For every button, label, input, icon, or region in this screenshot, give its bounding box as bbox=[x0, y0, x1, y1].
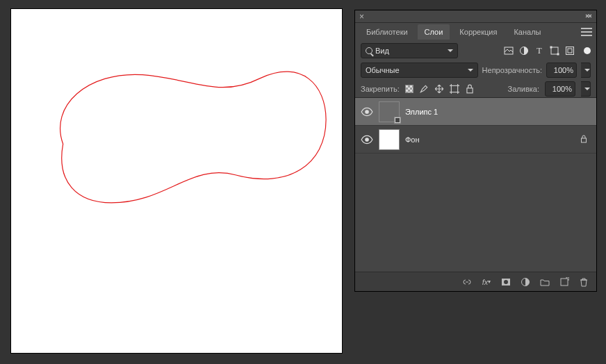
lock-all-icon[interactable] bbox=[465, 84, 475, 94]
visibility-toggle-icon[interactable] bbox=[361, 133, 373, 146]
svg-rect-9 bbox=[467, 88, 473, 92]
svg-rect-4 bbox=[550, 47, 552, 49]
filter-smart-icon[interactable] bbox=[564, 45, 575, 56]
lock-icon bbox=[580, 135, 588, 144]
filter-kind-select[interactable]: Вид bbox=[361, 43, 458, 58]
blend-row: Обычные Непрозрачность: 100% bbox=[355, 60, 596, 80]
layer-row[interactable]: Фон bbox=[355, 126, 596, 154]
lock-artboard-icon[interactable] bbox=[450, 84, 459, 94]
lock-brush-icon[interactable] bbox=[419, 84, 429, 94]
layer-row[interactable]: Эллипс 1 bbox=[355, 98, 596, 126]
filter-toggle-dot[interactable] bbox=[584, 47, 591, 54]
lock-transparency-icon[interactable] bbox=[405, 85, 413, 93]
document-canvas[interactable] bbox=[10, 8, 343, 354]
svg-rect-7 bbox=[568, 49, 572, 53]
filter-kind-label: Вид bbox=[375, 47, 389, 55]
layer-name[interactable]: Эллипс 1 bbox=[405, 108, 591, 116]
new-layer-icon[interactable] bbox=[559, 276, 570, 288]
layers-list: Эллипс 1 Фон bbox=[355, 98, 596, 272]
shape-indicator-icon bbox=[394, 117, 401, 124]
svg-text:T: T bbox=[537, 46, 542, 56]
opacity-label: Непрозрачность: bbox=[482, 66, 542, 74]
chevron-down-icon bbox=[468, 69, 473, 72]
filter-shape-icon[interactable] bbox=[549, 45, 560, 56]
chevron-down-icon bbox=[448, 49, 453, 52]
lock-label: Закрепить: bbox=[361, 85, 400, 93]
panel-tabs: Библиотеки Слои Коррекция Каналы bbox=[355, 23, 596, 41]
tab-layers[interactable]: Слои bbox=[418, 24, 450, 40]
add-mask-icon[interactable] bbox=[500, 276, 511, 288]
filter-adjust-icon[interactable] bbox=[518, 45, 530, 56]
svg-point-14 bbox=[504, 280, 508, 284]
opacity-value[interactable]: 100% bbox=[546, 63, 577, 78]
layers-panel: × Библиотеки Слои Коррекция Каналы Вид T bbox=[354, 10, 597, 292]
tab-correction[interactable]: Коррекция bbox=[452, 24, 504, 40]
panel-menu-icon[interactable] bbox=[581, 28, 592, 36]
fx-icon[interactable]: fx▾ bbox=[481, 276, 492, 288]
chevron-down-icon bbox=[584, 88, 590, 90]
panel-footer: fx▾ bbox=[355, 272, 596, 291]
panel-titlebar: × bbox=[355, 10, 596, 23]
svg-point-10 bbox=[365, 110, 369, 114]
new-group-icon[interactable] bbox=[539, 276, 550, 288]
ellipse-shape-path[interactable] bbox=[60, 72, 327, 203]
fill-caret[interactable] bbox=[581, 81, 591, 97]
search-icon bbox=[366, 47, 372, 54]
link-layers-icon[interactable] bbox=[461, 276, 473, 288]
opacity-caret[interactable] bbox=[581, 63, 591, 78]
chevron-down-icon bbox=[584, 69, 590, 72]
tab-channels[interactable]: Каналы bbox=[507, 24, 548, 40]
svg-rect-16 bbox=[561, 279, 568, 286]
fill-value[interactable]: 100% bbox=[545, 81, 575, 97]
layer-thumbnail[interactable] bbox=[379, 129, 400, 150]
visibility-toggle-icon[interactable] bbox=[361, 106, 373, 118]
collapse-icon[interactable] bbox=[585, 13, 592, 21]
tab-libraries[interactable]: Библиотеки bbox=[359, 24, 415, 40]
delete-layer-icon[interactable] bbox=[578, 276, 589, 288]
svg-rect-8 bbox=[451, 85, 457, 92]
lock-move-icon[interactable] bbox=[434, 84, 444, 94]
svg-rect-5 bbox=[557, 53, 559, 56]
add-adjustment-icon[interactable] bbox=[520, 276, 531, 288]
fill-label: Заливка: bbox=[508, 85, 539, 93]
close-icon[interactable]: × bbox=[359, 13, 364, 21]
filter-image-icon[interactable] bbox=[503, 45, 514, 56]
filter-text-icon[interactable]: T bbox=[534, 45, 545, 56]
svg-rect-12 bbox=[582, 138, 587, 142]
layer-thumbnail[interactable] bbox=[379, 101, 400, 122]
layer-name[interactable]: Фон bbox=[405, 135, 574, 144]
layer-filter-row: Вид T bbox=[355, 41, 596, 60]
svg-point-11 bbox=[365, 138, 369, 142]
blend-mode-label: Обычные bbox=[366, 66, 400, 74]
lock-row: Закрепить: Заливка: 100% bbox=[355, 80, 596, 98]
blend-mode-select[interactable]: Обычные bbox=[361, 63, 478, 78]
svg-rect-6 bbox=[566, 47, 574, 55]
